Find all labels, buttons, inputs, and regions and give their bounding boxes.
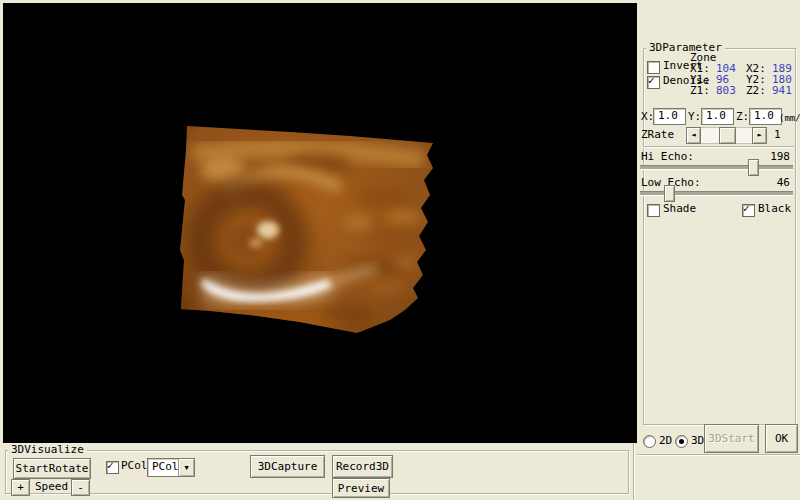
- pcolor-dropdown[interactable]: PColor ▼: [147, 458, 195, 477]
- ultrasound-3d-render[interactable]: [168, 102, 458, 342]
- hi-echo-slider[interactable]: [640, 165, 793, 170]
- black-label: Black: [758, 203, 791, 215]
- low-echo-slider[interactable]: [640, 191, 793, 196]
- 3dcapture-button[interactable]: 3DCapture: [250, 455, 325, 478]
- right-panel-divider: [637, 454, 800, 455]
- low-echo-thumb[interactable]: [664, 185, 675, 202]
- checkmark-icon: ✓: [743, 203, 750, 214]
- hi-echo-thumb[interactable]: [748, 159, 759, 176]
- zrate-label: ZRate: [641, 129, 674, 141]
- z-scale-input[interactable]: 1.0: [749, 108, 782, 125]
- speed-label: Speed: [35, 481, 68, 493]
- y-scale-label: Y:: [688, 111, 701, 123]
- y-scale-input[interactable]: 1.0: [701, 108, 734, 125]
- zone-z1-label: Z1:: [690, 85, 710, 97]
- speed-plus-button[interactable]: +: [11, 479, 30, 496]
- denoise-checkbox[interactable]: ✓: [647, 76, 660, 89]
- hi-echo-label: Hi Echo:: [641, 151, 694, 163]
- zone-z1-value: 803: [716, 85, 736, 97]
- mode-3d-label: 3D: [691, 435, 704, 447]
- radio-dot-icon: [679, 439, 684, 444]
- application-window: 3DParameter ✓ Invert ✓ Denoise Zone X1: …: [0, 0, 800, 500]
- zone-z2-value: 941: [772, 85, 792, 97]
- zrate-value: 1: [774, 129, 781, 141]
- record3d-button[interactable]: Record3D: [332, 455, 393, 478]
- section-divider: [643, 146, 794, 147]
- z-scale-label: Z:: [736, 111, 749, 123]
- parameter-groupbox: [643, 48, 796, 425]
- black-checkbox[interactable]: ✓: [742, 204, 755, 217]
- 3dstart-button[interactable]: 3DStart: [704, 424, 759, 453]
- checkmark-icon: ✓: [107, 460, 114, 471]
- preview-button[interactable]: Preview: [332, 478, 390, 498]
- low-echo-value: 46: [766, 177, 790, 189]
- chevron-down-icon[interactable]: ▼: [178, 459, 194, 476]
- visualize-group-title: 3DVisualize: [8, 444, 87, 456]
- hi-echo-value: 198: [766, 151, 790, 163]
- mode-3d-radio[interactable]: [675, 435, 688, 448]
- zone-z2-label: Z2:: [746, 85, 766, 97]
- shade-label: Shade: [663, 203, 696, 215]
- ok-button[interactable]: OK: [765, 424, 798, 453]
- mode-2d-label: 2D: [659, 435, 672, 447]
- scale-unit-label: (mm/p): [779, 112, 800, 124]
- bottom-panel-divider: [633, 443, 634, 500]
- invert-checkbox[interactable]: ✓: [647, 61, 660, 74]
- arrow-right-icon[interactable]: ►: [752, 127, 767, 144]
- x-scale-input[interactable]: 1.0: [653, 108, 686, 125]
- arrow-left-icon[interactable]: ◄: [686, 127, 701, 144]
- shade-checkbox[interactable]: ✓: [647, 204, 660, 217]
- zrate-thumb[interactable]: [719, 127, 736, 144]
- speed-minus-button[interactable]: -: [71, 479, 90, 496]
- mode-2d-radio[interactable]: [643, 435, 656, 448]
- start-rotate-button[interactable]: StartRotate: [13, 458, 91, 479]
- pcolor-checkbox[interactable]: ✓: [106, 461, 119, 474]
- checkmark-icon: ✓: [648, 75, 655, 86]
- render-viewport[interactable]: [3, 3, 637, 443]
